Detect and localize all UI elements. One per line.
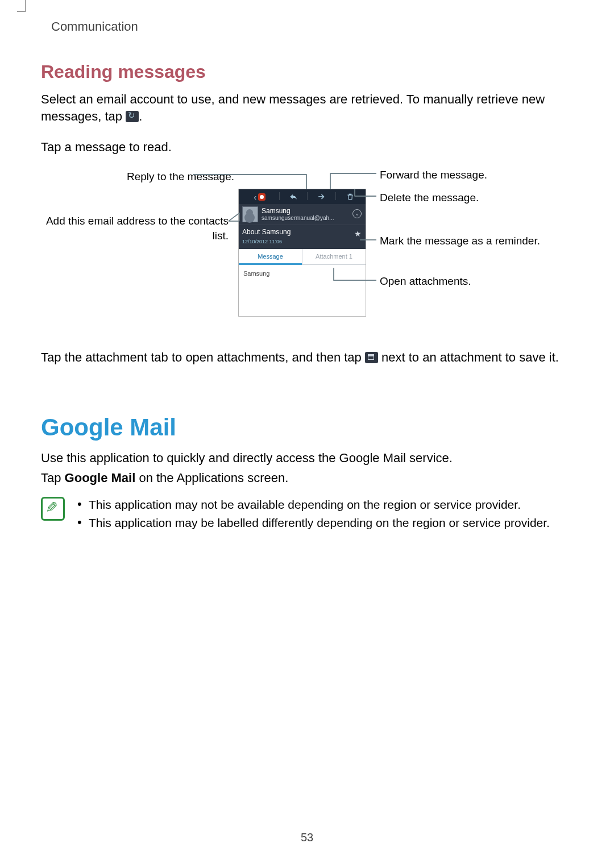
message-body: Samsung bbox=[239, 265, 366, 283]
page-number: 53 bbox=[0, 830, 614, 845]
callout-reply: Reply to the message. bbox=[41, 169, 234, 184]
note-block: This application may not be available de… bbox=[41, 495, 573, 534]
paragraph-tap-read: Tap a message to read. bbox=[41, 139, 573, 156]
section-heading: Reading messages bbox=[41, 60, 573, 84]
para3-after: next to an attachment to save it. bbox=[378, 350, 559, 364]
note-list: This application may not be available de… bbox=[75, 495, 550, 534]
phone-screenshot: ‹ S bbox=[238, 189, 366, 317]
gmail-para2: Tap Google Mail on the Applications scre… bbox=[41, 470, 573, 487]
crop-mark-v bbox=[25, 0, 26, 11]
note-item: This application may be labelled differe… bbox=[75, 515, 550, 531]
sender-text: Samsung samsungusermanual@yah... bbox=[262, 207, 334, 222]
major-heading: Google Mail bbox=[41, 412, 573, 444]
avatar-icon bbox=[242, 206, 258, 222]
tab-attachment[interactable]: Attachment 1 bbox=[302, 249, 366, 264]
running-head: Communication bbox=[51, 18, 138, 35]
callout-forward: Forward the message. bbox=[380, 168, 487, 182]
gmail-para1: Use this application to quickly and dire… bbox=[41, 450, 573, 467]
forward-icon bbox=[318, 193, 326, 201]
refresh-icon bbox=[126, 111, 139, 122]
crop-mark-h bbox=[17, 11, 26, 12]
sender-email: samsungusermanual@yah... bbox=[262, 215, 334, 222]
paragraph-refresh: Select an email account to use, and new … bbox=[41, 91, 573, 124]
gmail-p2-after: on the Applications screen. bbox=[135, 471, 288, 485]
chevron-left-icon: ‹ bbox=[254, 193, 256, 201]
note-icon bbox=[41, 497, 65, 521]
sender-name: Samsung bbox=[262, 207, 334, 215]
reply-button[interactable] bbox=[280, 189, 307, 204]
expand-icon[interactable]: ⌄ bbox=[352, 209, 362, 218]
app-badge-icon bbox=[258, 193, 265, 201]
subject-row: About Samsung 12/10/2012 11:06 ★ bbox=[239, 225, 366, 248]
callout-mark-reminder: Mark the message as a reminder. bbox=[380, 234, 540, 248]
callout-open-attachments: Open attachments. bbox=[380, 274, 471, 289]
subject-text: About Samsung bbox=[242, 227, 362, 236]
annotated-figure: ‹ S bbox=[41, 169, 573, 329]
callout-delete: Delete the message. bbox=[380, 190, 479, 205]
phone-toolbar: ‹ bbox=[239, 189, 366, 204]
callout-add-contact: Add this email address to the contacts l… bbox=[41, 214, 229, 243]
back-combo: ‹ bbox=[254, 193, 265, 201]
trash-icon bbox=[346, 193, 354, 201]
tab-message[interactable]: Message bbox=[239, 249, 302, 264]
svg-line-10 bbox=[229, 214, 238, 221]
star-icon[interactable]: ★ bbox=[354, 229, 362, 239]
para3-before: Tap the attachment tab to open attachmen… bbox=[41, 350, 365, 364]
gmail-p2-bold: Google Mail bbox=[65, 471, 136, 485]
date-text: 12/10/2012 11:06 bbox=[242, 238, 362, 245]
save-icon bbox=[365, 352, 378, 363]
paragraph-save-attachment: Tap the attachment tab to open attachmen… bbox=[41, 349, 573, 366]
para1-after: . bbox=[139, 109, 142, 123]
page-root: Communication Reading messages Select an… bbox=[0, 0, 614, 868]
para1-before: Select an email account to use, and new … bbox=[41, 92, 545, 123]
back-button[interactable]: ‹ bbox=[241, 189, 279, 204]
delete-button[interactable] bbox=[337, 189, 363, 204]
content-area: Reading messages Select an email account… bbox=[41, 0, 573, 534]
gmail-p2-before: Tap bbox=[41, 471, 65, 485]
forward-button[interactable] bbox=[308, 189, 335, 204]
phone-tabs: Message Attachment 1 bbox=[239, 249, 366, 265]
note-item: This application may not be available de… bbox=[75, 497, 550, 513]
sender-row[interactable]: Samsung samsungusermanual@yah... ⌄ bbox=[239, 204, 366, 225]
reply-icon bbox=[289, 193, 297, 201]
